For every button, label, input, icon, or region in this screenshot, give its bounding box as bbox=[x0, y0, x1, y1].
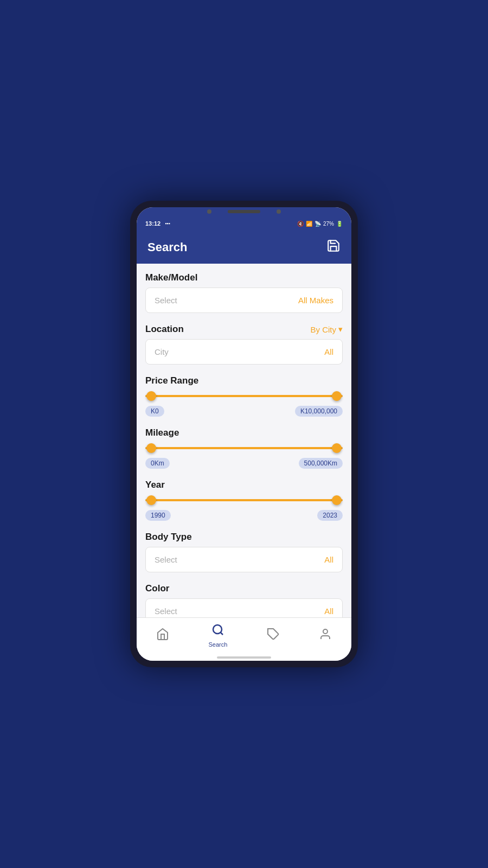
year-label: Year bbox=[145, 480, 343, 490]
chevron-down-icon: ▾ bbox=[338, 324, 343, 334]
notch bbox=[137, 207, 351, 216]
city-placeholder: City bbox=[155, 347, 169, 356]
mute-icon: 🔇 bbox=[297, 221, 304, 227]
speaker bbox=[228, 210, 260, 213]
mileage-range-labels: 0Km 500,000Km bbox=[145, 458, 343, 469]
nav-tags[interactable] bbox=[267, 628, 280, 644]
svg-line-1 bbox=[220, 633, 222, 635]
year-thumb-left[interactable] bbox=[146, 495, 156, 505]
color-placeholder: Select bbox=[155, 607, 177, 616]
price-range-slider[interactable] bbox=[145, 391, 343, 401]
filter-save-icon[interactable] bbox=[326, 239, 341, 256]
time-display: 13:12 bbox=[145, 220, 160, 227]
home-indicator bbox=[137, 656, 351, 661]
nav-search[interactable]: Search bbox=[208, 623, 227, 648]
year-slider[interactable] bbox=[145, 495, 343, 506]
color-section: Color Select All bbox=[145, 583, 343, 617]
status-bar: 13:12 ▪▪▪ 🔇 📶 📡 27% 🔋 bbox=[137, 216, 351, 231]
mileage-label: Mileage bbox=[145, 427, 343, 438]
nav-profile[interactable] bbox=[319, 628, 332, 644]
color-value: All bbox=[324, 607, 333, 616]
price-range-labels: K0 K10,000,000 bbox=[145, 406, 343, 417]
sensor bbox=[277, 209, 281, 214]
status-icons-area: 🔇 📶 📡 27% 🔋 bbox=[297, 221, 343, 227]
color-label: Color bbox=[145, 583, 343, 594]
body-type-placeholder: Select bbox=[155, 555, 177, 564]
status-app-icons: ▪▪▪ bbox=[165, 221, 170, 226]
phone-frame: 13:12 ▪▪▪ 🔇 📶 📡 27% 🔋 Search bbox=[130, 201, 358, 667]
body-type-section: Body Type Select All bbox=[145, 532, 343, 572]
mileage-thumb-left[interactable] bbox=[146, 443, 156, 453]
by-city-button[interactable]: By City ▾ bbox=[310, 324, 343, 334]
location-section: Location By City ▾ City All bbox=[145, 324, 343, 365]
camera bbox=[207, 209, 211, 214]
mileage-section: Mileage 0Km 500,000Km bbox=[145, 427, 343, 469]
mileage-track bbox=[145, 447, 343, 449]
year-section: Year 1990 2023 bbox=[145, 480, 343, 521]
make-model-select[interactable]: Select All Makes bbox=[145, 288, 343, 313]
search-nav-label: Search bbox=[208, 641, 227, 648]
scroll-content: Make/Model Select All Makes Location By … bbox=[137, 264, 351, 617]
app-header: Search bbox=[137, 231, 351, 264]
app-title: Search bbox=[147, 240, 187, 254]
body-type-select[interactable]: Select All bbox=[145, 547, 343, 572]
by-city-text: By City bbox=[310, 325, 336, 334]
year-max-label: 2023 bbox=[317, 510, 343, 521]
make-model-section: Make/Model Select All Makes bbox=[145, 272, 343, 313]
city-value: All bbox=[324, 347, 333, 356]
make-model-placeholder: Select bbox=[155, 296, 177, 305]
wifi-icon: 📶 bbox=[306, 221, 312, 227]
price-track bbox=[145, 395, 343, 397]
price-min-label: K0 bbox=[145, 406, 164, 417]
city-select[interactable]: City All bbox=[145, 339, 343, 365]
body-type-label: Body Type bbox=[145, 532, 343, 542]
bottom-nav: Search bbox=[137, 617, 351, 656]
battery-icon: 🔋 bbox=[336, 221, 343, 227]
signal-icon: 📡 bbox=[314, 221, 321, 227]
mileage-max-label: 500,000Km bbox=[299, 458, 343, 469]
mileage-slider[interactable] bbox=[145, 443, 343, 454]
search-nav-icon bbox=[211, 623, 224, 640]
year-range-labels: 1990 2023 bbox=[145, 510, 343, 521]
location-header: Location By City ▾ bbox=[145, 324, 343, 335]
status-time-area: 13:12 ▪▪▪ bbox=[145, 220, 170, 227]
battery-label: 27% bbox=[323, 221, 334, 227]
svg-point-0 bbox=[213, 625, 222, 634]
mileage-thumb-right[interactable] bbox=[332, 443, 342, 453]
mileage-min-label: 0Km bbox=[145, 458, 170, 469]
price-range-label: Price Range bbox=[145, 375, 343, 386]
tags-icon bbox=[267, 628, 280, 644]
svg-point-3 bbox=[323, 629, 328, 634]
make-model-label: Make/Model bbox=[145, 272, 343, 283]
year-thumb-right[interactable] bbox=[332, 495, 342, 505]
year-min-label: 1990 bbox=[145, 510, 171, 521]
profile-icon bbox=[319, 628, 332, 644]
nav-home[interactable] bbox=[156, 628, 169, 644]
phone-screen: 13:12 ▪▪▪ 🔇 📶 📡 27% 🔋 Search bbox=[137, 207, 351, 661]
price-range-section: Price Range K0 K10,000,000 bbox=[145, 375, 343, 417]
price-thumb-right[interactable] bbox=[332, 391, 342, 401]
body-type-value: All bbox=[324, 555, 333, 564]
location-label: Location bbox=[145, 324, 184, 335]
make-model-value: All Makes bbox=[298, 296, 333, 305]
price-max-label: K10,000,000 bbox=[295, 406, 343, 417]
color-select[interactable]: Select All bbox=[145, 598, 343, 617]
price-thumb-left[interactable] bbox=[146, 391, 156, 401]
home-bar bbox=[217, 656, 271, 659]
home-icon bbox=[156, 628, 169, 644]
year-track bbox=[145, 499, 343, 501]
